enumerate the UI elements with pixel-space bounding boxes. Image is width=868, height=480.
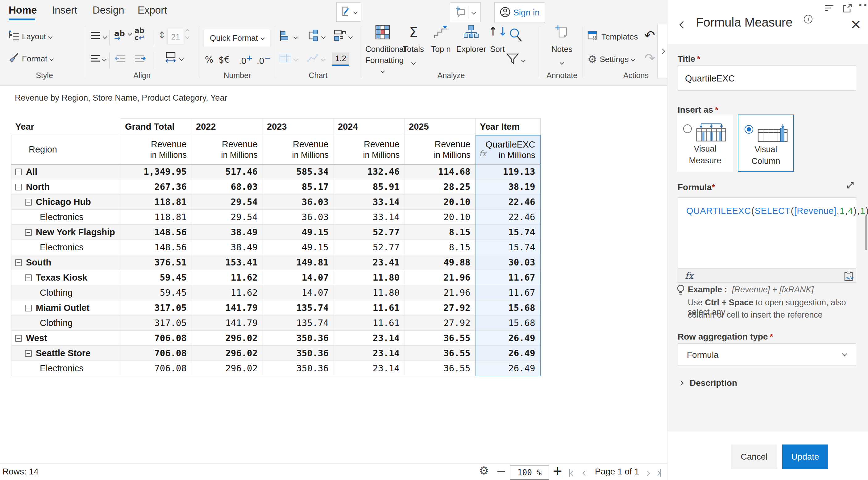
row-label-cell[interactable]: Texas Kiosk	[11, 270, 121, 285]
table-cell[interactable]: 22.46	[476, 194, 540, 210]
table-cell[interactable]: 20.10	[405, 210, 476, 225]
row-label-cell[interactable]: Miami Outlet	[11, 300, 121, 316]
settings-button[interactable]: ⚙ Settings	[588, 53, 634, 65]
collapse-icon[interactable]	[25, 229, 32, 236]
decrease-decimal-button[interactable]: .0−	[257, 54, 270, 66]
column-header[interactable]: 2022	[192, 119, 263, 135]
table-row[interactable]: Chicago Hub118.8129.5436.0333.1420.1022.…	[11, 194, 540, 210]
row-label-cell[interactable]: West	[11, 331, 121, 346]
table-row[interactable]: Clothing59.4511.6214.0711.8021.9611.67	[11, 285, 540, 300]
row-label-cell[interactable]: Electronics	[11, 240, 121, 255]
table-cell[interactable]: 11.62	[192, 270, 263, 285]
table-cell[interactable]: 14.07	[263, 285, 334, 300]
layout-button[interactable]: Layout	[9, 30, 52, 43]
table-row[interactable]: Electronics148.5638.4949.1552.778.1515.7…	[11, 240, 540, 255]
panel-scrollbar[interactable]	[865, 216, 867, 250]
close-icon[interactable]: ×	[850, 16, 862, 32]
currency-format-button[interactable]: $€	[218, 54, 230, 65]
table-cell[interactable]: 36.55	[405, 346, 476, 361]
conditional-formatting-button[interactable]: Conditional Formatting	[365, 25, 400, 42]
table-cell[interactable]: 8.15	[405, 225, 476, 240]
cancel-button[interactable]: Cancel	[731, 445, 777, 469]
row-label-cell[interactable]: Electronics	[11, 210, 121, 225]
table-cell[interactable]: 85.91	[334, 179, 405, 194]
table-cell[interactable]: 15.74	[476, 225, 540, 240]
table-row[interactable]: New York Flagship148.5638.4949.1552.778.…	[11, 225, 540, 240]
decrease-indent-button[interactable]	[114, 54, 126, 64]
table-cell[interactable]: 49.15	[263, 240, 334, 255]
table-cell[interactable]: 29.54	[192, 210, 263, 225]
collapse-icon[interactable]	[25, 199, 32, 206]
table-cell[interactable]: 350.36	[263, 361, 334, 376]
table-cell[interactable]: 23.14	[334, 331, 405, 346]
percent-format-button[interactable]: %	[205, 54, 214, 65]
table-cell[interactable]: 517.46	[192, 164, 263, 179]
sparkline-button[interactable]	[307, 53, 325, 65]
title-input[interactable]: QuartileEXC	[678, 65, 856, 91]
table-cell[interactable]: 118.81	[121, 194, 192, 210]
table-cell[interactable]: 28.25	[405, 179, 476, 194]
table-cell[interactable]: 26.49	[476, 361, 540, 376]
filter-button[interactable]	[506, 53, 525, 67]
table-cell[interactable]: 153.41	[192, 255, 263, 270]
comment-dropdown[interactable]	[468, 9, 479, 15]
table-cell[interactable]: 11.80	[334, 270, 405, 285]
table-cell[interactable]: 52.77	[334, 240, 405, 255]
bar-chart-button[interactable]	[280, 30, 297, 43]
table-cell[interactable]: 22.46	[476, 210, 540, 225]
radio-unselected-icon[interactable]	[683, 124, 692, 133]
table-cell[interactable]: 11.80	[334, 285, 405, 300]
table-cell[interactable]: 36.03	[263, 194, 334, 210]
table-cell[interactable]: 29.54	[192, 194, 263, 210]
more-options-icon[interactable]: •••	[858, 1, 868, 10]
table-cell[interactable]: 317.05	[121, 300, 192, 316]
table-cell[interactable]: 36.55	[405, 331, 476, 346]
table-cell[interactable]: 149.81	[263, 255, 334, 270]
previous-page-button[interactable]	[583, 467, 587, 477]
table-cell[interactable]: 59.45	[121, 285, 192, 300]
table-cell[interactable]: 11.67	[476, 270, 540, 285]
table-row[interactable]: Miami Outlet317.05141.79135.7411.6127.92…	[11, 300, 540, 316]
table-cell[interactable]: 27.92	[405, 300, 476, 316]
table-cell[interactable]: 8.15	[405, 240, 476, 255]
table-cell[interactable]: 585.34	[263, 164, 334, 179]
formula-editor[interactable]: QUARTILEEXC(SELECT([Revenue],1,4),1)	[678, 197, 856, 268]
row-label-cell[interactable]: Seattle Store	[11, 346, 121, 361]
table-cell[interactable]: 350.36	[263, 331, 334, 346]
templates-button[interactable]: Templates	[588, 31, 638, 43]
table-settings-gear-icon[interactable]: ⚙	[479, 464, 489, 477]
table-cell[interactable]: 49.15	[263, 225, 334, 240]
info-icon[interactable]: i	[804, 15, 812, 24]
collapse-icon[interactable]	[15, 335, 22, 342]
table-cell[interactable]: 296.02	[192, 346, 263, 361]
row-label-cell[interactable]: Clothing	[11, 316, 121, 331]
radio-selected-icon[interactable]	[745, 125, 753, 134]
table-cell[interactable]: 49.88	[405, 255, 476, 270]
table-cell[interactable]: 33.14	[334, 210, 405, 225]
tab-insert[interactable]: Insert	[52, 4, 78, 16]
redo-button[interactable]: ↷	[644, 51, 655, 66]
table-cell[interactable]: 148.56	[121, 240, 192, 255]
row-label-cell[interactable]: Clothing	[11, 285, 121, 300]
table-cell[interactable]: 11.67	[476, 285, 540, 300]
table-cell[interactable]: 38.19	[476, 179, 540, 194]
table-cell[interactable]: 135.74	[263, 316, 334, 331]
table-row[interactable]: South376.51153.41149.8123.4149.8830.03	[11, 255, 540, 270]
column-header[interactable]: Grand Total	[121, 119, 192, 135]
table-cell[interactable]: 132.46	[334, 164, 405, 179]
top-n-button[interactable]: Top n	[428, 25, 454, 42]
collapse-icon[interactable]	[15, 169, 22, 175]
table-cell[interactable]: 11.61	[334, 316, 405, 331]
table-cell[interactable]: 68.03	[192, 179, 263, 194]
table-cell[interactable]: 36.03	[263, 210, 334, 225]
table-cell[interactable]: 20.10	[405, 194, 476, 210]
row-label-cell[interactable]: New York Flagship	[11, 225, 121, 240]
table-row[interactable]: All1,349.95517.46585.34132.46114.68119.1…	[11, 164, 540, 179]
table-cell[interactable]: 119.13	[476, 164, 540, 179]
table-cell[interactable]: 26.49	[476, 346, 540, 361]
format-button[interactable]: Format	[9, 53, 53, 65]
table-cell[interactable]: 706.08	[121, 361, 192, 376]
decimal-format-toggle[interactable]: 1.2	[332, 53, 349, 66]
row-aggregation-select[interactable]: Formula	[678, 343, 856, 366]
table-view-button[interactable]	[280, 54, 297, 64]
